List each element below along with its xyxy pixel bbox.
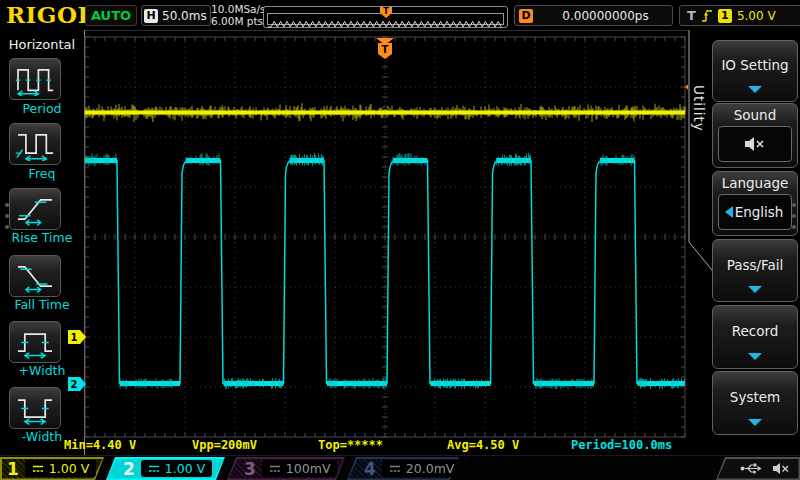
svg-text:1: 1 [71,332,78,343]
ch2-ground-marker[interactable]: 2 [68,377,86,391]
channel-4-scale: 20.0mV [406,461,455,476]
channel-2-scale-box: 1.00 V [141,460,212,477]
rise-time-button[interactable] [9,188,61,230]
record-label: Record [713,323,797,339]
period-icon [14,62,56,96]
svg-text:T: T [382,44,389,55]
rigol-logo: RIGOL [6,1,94,28]
channel-2-number: 2 [123,459,135,479]
delay-box[interactable]: D 0.00000000ps [514,5,673,26]
rising-edge-icon [701,8,713,24]
channel-3-segment[interactable]: 3 100mV [227,457,345,480]
acquisition-info: 10.0MSa/s 6.00M pts [211,3,266,27]
channel-4-number: 4 [364,459,376,479]
run-status-badge: AUTO [85,5,137,26]
channel-4-scale-box: 20.0mV [382,460,462,477]
graticule: T12 [60,31,690,455]
scope-display: T12 [60,31,690,455]
ch1-ground-marker[interactable]: 1 [68,330,86,344]
sound-state-box [718,126,792,162]
channel-4-segment[interactable]: 4 20.0mV [347,457,459,480]
trigger-level-value: 5.00 V [737,9,776,23]
dc-coupling-icon [148,464,160,473]
right-menu-page-dots [792,203,796,229]
pass-fail-button[interactable]: Pass/Fail [712,239,798,302]
record-button[interactable]: Record [712,305,798,369]
channel-2-scale: 1.00 V [165,461,205,476]
minus-width-icon [14,391,56,425]
sound-button[interactable]: Sound [712,103,798,168]
fall-time-icon [14,259,56,293]
pass-fail-label: Pass/Fail [713,257,797,273]
horizontal-timebase-box[interactable]: H 50.0ms [141,5,211,26]
period-button[interactable] [9,58,61,100]
freq-icon [14,127,56,161]
selector-arrow-icon [725,206,733,218]
oscilloscope-screen: RIGOL AUTO H 50.0ms 10.0MSa/s 6.00M pts … [0,0,800,480]
h-badge: H [144,9,158,23]
freq-button[interactable] [9,123,61,165]
io-setting-label: IO Setting [713,57,797,73]
speaker-muted-icon [743,136,767,152]
svg-text:2: 2 [71,379,78,390]
plus-width-icon [14,325,56,359]
channel-3-number: 3 [244,459,256,479]
run-status-text: AUTO [91,8,131,23]
language-label: Language [713,175,797,191]
sound-label: Sound [713,107,797,123]
channel-1-segment[interactable]: 1 1.00 V [0,457,104,480]
delay-value: 0.00000000ps [539,9,672,23]
submenu-arrow-icon [748,86,762,93]
submenu-arrow-icon [748,286,762,293]
channel-1-scale: 1.00 V [49,461,89,476]
dc-coupling-icon [269,464,281,473]
fall-time-button[interactable] [9,255,61,297]
usb-icon [740,462,763,475]
status-segment [716,457,800,480]
io-setting-button[interactable]: IO Setting [712,40,798,102]
channel-1-number: 1 [7,459,19,479]
dc-coupling-icon [32,464,44,473]
measurement-period: Period=100.0ms [571,438,672,452]
submenu-arrow-icon [748,353,762,360]
measurement-min: Min=4.40 V [64,438,136,452]
trigger-source-badge: 1 [718,9,732,23]
measurement-row: Min=4.40 V Vpp=200mV Top=***** Avg=4.50 … [60,438,688,453]
submenu-arrow-icon [748,419,762,426]
dc-coupling-icon [389,464,401,473]
preview-waveform [268,19,503,29]
utility-tab-label: Utility [691,85,707,132]
channel-3-scale: 100mV [286,461,331,476]
memory-depth: 6.00M pts [211,15,266,27]
channel-2-segment[interactable]: 2 1.00 V [106,457,225,480]
system-label: System [713,389,797,405]
channel-1-scale-box: 1.00 V [25,460,96,477]
channel-bar: 1 1.00 V 2 1.00 V [0,455,800,480]
sample-rate: 10.0MSa/s [211,3,266,15]
timebase-value: 50.0ms [162,9,207,23]
measurement-vpp: Vpp=200mV [192,438,257,452]
waveform-preview-bar[interactable]: T [263,6,508,28]
rise-time-icon [14,192,56,226]
trigger-box[interactable]: T 1 5.00 V [679,5,800,26]
system-button[interactable]: System [712,371,798,435]
minus-width-button[interactable] [9,387,61,429]
left-menu-page-dots [5,203,9,229]
language-value-box: English [718,194,792,230]
top-bar: RIGOL AUTO H 50.0ms 10.0MSa/s 6.00M pts … [0,0,800,31]
measurement-top: Top=***** [318,438,383,452]
speaker-muted-icon [772,462,791,475]
right-menu-utility: Utility IO Setting Sound Language Englis… [688,30,800,455]
language-button[interactable]: Language English [712,171,798,236]
measurement-avg: Avg=4.50 V [447,438,519,452]
channel-3-scale-box: 100mV [262,460,338,477]
trigger-label: T [687,8,696,23]
delay-badge: D [519,9,533,23]
language-value: English [735,204,784,220]
plus-width-button[interactable] [9,321,61,363]
